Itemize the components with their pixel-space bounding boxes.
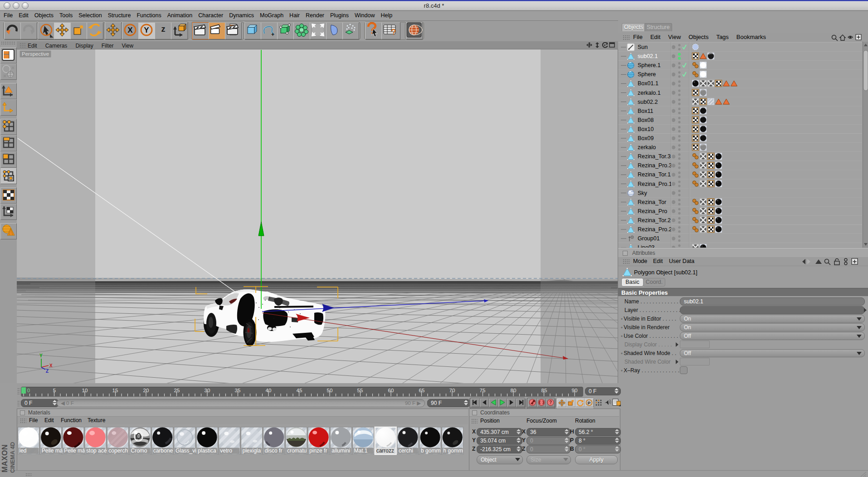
- svg-text:h gomm: h gomm: [443, 448, 463, 454]
- svg-text:Rezina_Pro.1: Rezina_Pro.1: [638, 181, 672, 187]
- svg-text:Rezina_Tor.2: Rezina_Tor.2: [638, 217, 671, 224]
- svg-text:vetro: vetro: [220, 448, 232, 454]
- svg-text:b gomm: b gomm: [421, 448, 440, 454]
- svg-text:Sky: Sky: [638, 190, 648, 196]
- svg-text:Rezina_Tor.3: Rezina_Tor.3: [638, 153, 671, 160]
- svg-text:Sphere.1: Sphere.1: [638, 62, 661, 68]
- svg-text:Rezina_Pro: Rezina_Pro: [638, 208, 667, 214]
- svg-text:Rezina_Pro.2: Rezina_Pro.2: [638, 226, 672, 233]
- svg-text:Sphere: Sphere: [638, 71, 656, 78]
- svg-text:CINEMA 4D: CINEMA 4D: [10, 442, 16, 473]
- svg-text:Pelle má: Pelle má: [42, 448, 63, 454]
- svg-text:pinze fr: pinze fr: [309, 448, 327, 454]
- svg-text:Sun: Sun: [638, 44, 648, 50]
- svg-text:Glass_vi: Glass_vi: [176, 448, 196, 454]
- svg-text:z: z: [161, 24, 166, 34]
- svg-text:Box08: Box08: [638, 117, 653, 123]
- svg-text:MAXON: MAXON: [1, 444, 9, 472]
- svg-text:X: X: [127, 26, 133, 34]
- svg-text:Y: Y: [144, 26, 149, 34]
- svg-text:carrozz: carrozz: [376, 448, 394, 454]
- svg-text:Y: Y: [39, 353, 43, 358]
- svg-text:stop acé: stop acé: [86, 448, 107, 454]
- svg-text:Z: Z: [46, 369, 49, 374]
- svg-text:zerkalo: zerkalo: [638, 144, 656, 151]
- svg-text:allumini: allumini: [332, 448, 350, 454]
- svg-text:Pelle má: Pelle má: [64, 448, 85, 454]
- svg-text:Rezina_Tor: Rezina_Tor: [638, 199, 666, 205]
- svg-text:cerchi: cerchi: [399, 448, 413, 454]
- svg-text:zerkalo.1: zerkalo.1: [638, 90, 661, 96]
- svg-text:Rezina_Tor.1: Rezina_Tor.1: [638, 171, 671, 178]
- svg-text:Box10: Box10: [638, 126, 653, 132]
- svg-text:Rezina_Pro.3: Rezina_Pro.3: [638, 162, 672, 169]
- svg-text:plastica: plastica: [198, 448, 216, 454]
- svg-text:0: 0: [27, 388, 30, 393]
- svg-text:P: P: [588, 400, 591, 405]
- svg-text:sub02.2: sub02.2: [638, 99, 658, 105]
- svg-text:X: X: [49, 363, 53, 368]
- svg-text:Mat.1: Mat.1: [354, 448, 368, 454]
- svg-text:plexigla: plexigla: [243, 448, 261, 454]
- svg-text:led: led: [20, 448, 27, 454]
- svg-text:Group01: Group01: [638, 235, 660, 242]
- svg-text:sub02.1: sub02.1: [638, 53, 658, 59]
- svg-text:disco fr: disco fr: [265, 448, 283, 454]
- svg-text:carbone: carbone: [153, 448, 173, 454]
- svg-text:Box01.1: Box01.1: [638, 80, 658, 87]
- svg-text:Box11: Box11: [638, 108, 653, 114]
- svg-text:cromatu: cromatu: [287, 448, 307, 454]
- svg-text:+: +: [271, 31, 274, 38]
- svg-text:coperch: coperch: [108, 448, 128, 454]
- svg-text:?: ?: [549, 400, 552, 405]
- svg-text:Line03: Line03: [638, 244, 655, 248]
- svg-text:Box09: Box09: [638, 135, 653, 141]
- svg-text:Cromo: Cromo: [131, 448, 147, 454]
